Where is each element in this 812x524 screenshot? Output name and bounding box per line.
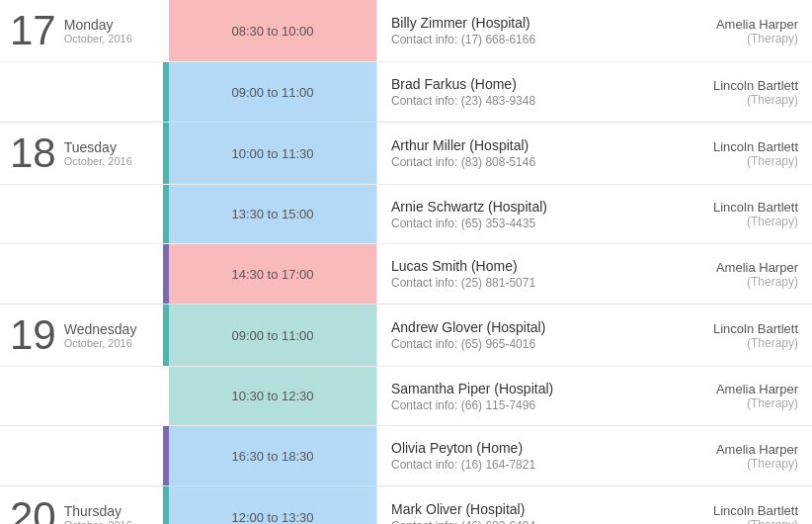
day-number: 20 [10, 496, 56, 524]
event-client-name: Brad Farkus (Home) [391, 76, 630, 92]
day-month: October, 2016 [64, 519, 132, 524]
event-client-name: Samantha Piper (Hospital) [391, 381, 630, 396]
event-contact: Contact info: (46) 683-6484 [391, 519, 630, 524]
event-row[interactable]: 09:00 to 11:00 Brad Farkus (Home) Contac… [0, 62, 812, 122]
event-row[interactable]: 10:30 to 12:30 Samantha Piper (Hospital)… [0, 367, 812, 426]
event-contact: Contact info: (25) 881-5071 [391, 276, 630, 290]
day-group: 19 Wednesday October, 2016 09:00 to 11:0… [0, 305, 812, 486]
event-client-name: Billy Zimmer (Hospital) [391, 15, 630, 31]
event-assignee: Amelia Harper (Therapy) [644, 244, 812, 304]
event-assignee: Amelia Harper (Therapy) [644, 426, 812, 485]
event-row[interactable]: 18 Tuesday October, 2016 10:00 to 11:30 … [0, 123, 812, 185]
event-row[interactable]: 13:30 to 15:00 Arnie Schwartz (Hospital)… [0, 185, 812, 244]
day-number: 19 [10, 314, 56, 356]
event-info: Arnie Schwartz (Hospital) Contact info: … [376, 185, 644, 243]
event-client-name: Olivia Peyton (Home) [391, 440, 630, 456]
day-label: 18 Tuesday October, 2016 [0, 123, 163, 184]
event-info: Mark Oliver (Hospital) Contact info: (46… [376, 486, 644, 524]
day-name: Monday [64, 17, 132, 33]
day-label: 20 Thursday October, 2016 [0, 486, 163, 524]
event-info: Brad Farkus (Home) Contact info: (23) 48… [376, 62, 644, 122]
assignee-name: Amelia Harper [716, 442, 798, 457]
event-assignee: Lincoln Bartlett (Therapy) [644, 305, 812, 366]
assignee-role: (Therapy) [747, 518, 798, 525]
event-contact: Contact info: (66) 115-7496 [391, 398, 630, 412]
day-name-block: Thursday October, 2016 [64, 503, 132, 524]
day-number: 18 [10, 132, 56, 174]
assignee-name: Lincoln Bartlett [713, 503, 798, 518]
day-month: October, 2016 [64, 155, 132, 167]
event-contact: Contact info: (23) 483-9348 [391, 94, 630, 108]
day-name-block: Tuesday October, 2016 [64, 139, 132, 167]
day-month: October, 2016 [64, 337, 137, 349]
assignee-name: Lincoln Bartlett [713, 200, 798, 215]
assignee-name: Amelia Harper [716, 382, 798, 396]
day-group: 17 Monday October, 2016 08:30 to 10:00 B… [0, 0, 812, 123]
time-block: 09:00 to 11:00 [169, 305, 376, 366]
day-label-spacer [0, 185, 163, 243]
assignee-role: (Therapy) [747, 154, 798, 168]
event-assignee: Lincoln Bartlett (Therapy) [644, 185, 812, 243]
day-name-block: Wednesday October, 2016 [64, 321, 137, 349]
event-assignee: Amelia Harper (Therapy) [644, 367, 812, 425]
assignee-role: (Therapy) [747, 275, 798, 289]
event-contact: Contact info: (83) 808-5146 [391, 155, 630, 169]
event-info: Lucas Smith (Home) Contact info: (25) 88… [376, 244, 644, 304]
event-info: Andrew Glover (Hospital) Contact info: (… [376, 305, 644, 366]
event-row[interactable]: 17 Monday October, 2016 08:30 to 10:00 B… [0, 0, 812, 62]
time-block: 10:30 to 12:30 [169, 367, 376, 425]
event-assignee: Lincoln Bartlett (Therapy) [644, 123, 812, 184]
event-client-name: Lucas Smith (Home) [391, 258, 630, 274]
assignee-name: Amelia Harper [716, 17, 798, 32]
assignee-name: Lincoln Bartlett [713, 78, 798, 93]
calendar: 17 Monday October, 2016 08:30 to 10:00 B… [0, 0, 812, 524]
event-client-name: Mark Oliver (Hospital) [391, 501, 630, 517]
day-label-spacer [0, 426, 163, 485]
event-assignee: Lincoln Bartlett (Therapy) [644, 62, 812, 122]
assignee-role: (Therapy) [747, 215, 798, 228]
assignee-role: (Therapy) [747, 457, 798, 471]
event-contact: Contact info: (17) 668-6166 [391, 33, 630, 46]
event-row[interactable]: 16:30 to 18:30 Olivia Peyton (Home) Cont… [0, 426, 812, 485]
event-contact: Contact info: (65) 353-4435 [391, 217, 630, 230]
time-block: 12:00 to 13:30 [169, 486, 376, 524]
time-block: 08:30 to 10:00 [169, 0, 376, 61]
event-row[interactable]: 19 Wednesday October, 2016 09:00 to 11:0… [0, 305, 812, 367]
event-client-name: Arnie Schwartz (Hospital) [391, 199, 630, 215]
event-row[interactable]: 14:30 to 17:00 Lucas Smith (Home) Contac… [0, 244, 812, 304]
time-block: 13:30 to 15:00 [169, 185, 376, 243]
assignee-name: Amelia Harper [716, 260, 798, 275]
assignee-role: (Therapy) [747, 396, 798, 410]
day-label-spacer [0, 367, 163, 425]
event-contact: Contact info: (16) 164-7821 [391, 458, 630, 472]
event-assignee: Lincoln Bartlett (Therapy) [644, 486, 812, 524]
assignee-name: Lincoln Bartlett [713, 321, 798, 336]
event-client-name: Arthur Miller (Hospital) [391, 137, 630, 153]
assignee-role: (Therapy) [747, 93, 798, 107]
day-month: October, 2016 [64, 33, 132, 44]
day-group: 18 Tuesday October, 2016 10:00 to 11:30 … [0, 123, 812, 305]
day-label-spacer [0, 62, 163, 122]
assignee-role: (Therapy) [747, 336, 798, 350]
day-name: Thursday [64, 503, 132, 519]
event-assignee: Amelia Harper (Therapy) [644, 0, 812, 61]
time-block: 16:30 to 18:30 [169, 426, 376, 485]
event-contact: Contact info: (65) 965-4016 [391, 337, 630, 351]
day-label-spacer [0, 244, 163, 304]
event-info: Olivia Peyton (Home) Contact info: (16) … [376, 426, 644, 485]
time-block: 09:00 to 11:00 [169, 62, 376, 122]
event-info: Billy Zimmer (Hospital) Contact info: (1… [376, 0, 644, 61]
event-info: Samantha Piper (Hospital) Contact info: … [376, 367, 644, 425]
time-block: 10:00 to 11:30 [169, 123, 376, 184]
day-name: Wednesday [64, 321, 137, 337]
event-info: Arthur Miller (Hospital) Contact info: (… [376, 123, 644, 184]
day-name: Tuesday [64, 139, 132, 155]
day-name-block: Monday October, 2016 [64, 17, 132, 44]
assignee-name: Lincoln Bartlett [713, 139, 798, 154]
day-group: 20 Thursday October, 2016 12:00 to 13:30… [0, 486, 812, 524]
day-label: 17 Monday October, 2016 [0, 0, 163, 61]
event-client-name: Andrew Glover (Hospital) [391, 319, 630, 335]
assignee-role: (Therapy) [747, 32, 798, 45]
event-row[interactable]: 20 Thursday October, 2016 12:00 to 13:30… [0, 486, 812, 524]
time-block: 14:30 to 17:00 [169, 244, 376, 304]
